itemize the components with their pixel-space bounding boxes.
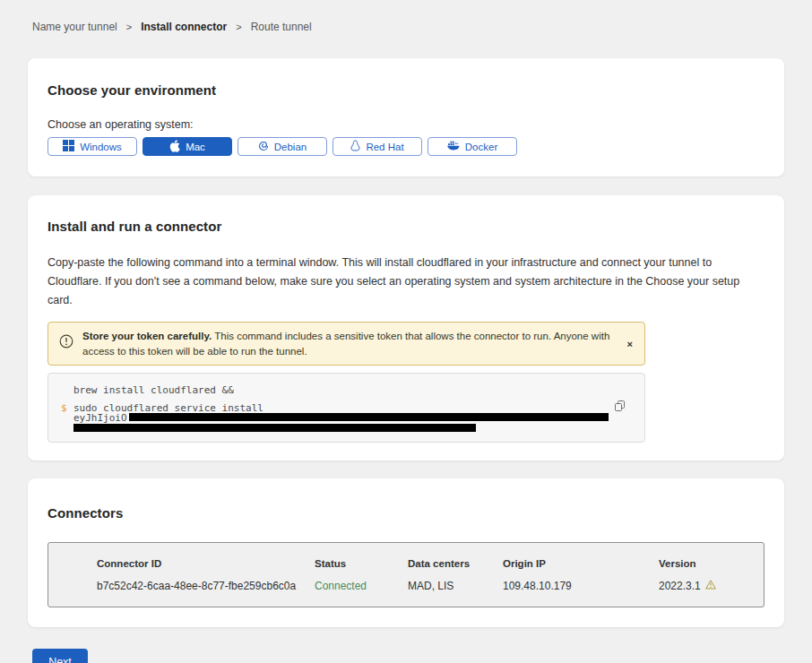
status-badge: Connected	[315, 580, 408, 592]
os-button-label: Mac	[186, 142, 205, 152]
os-button-mac[interactable]: Mac	[143, 137, 232, 156]
install-card-title: Install and run a connector	[48, 219, 764, 234]
version-value: 2022.3.1	[659, 580, 755, 592]
connectors-table: Connector ID Status Data centers Origin …	[48, 542, 764, 607]
install-card: Install and run a connector Copy-paste t…	[28, 195, 784, 461]
token-warning-banner: Store your token carefully. This command…	[48, 322, 645, 366]
breadcrumb-install-connector[interactable]: Install connector	[141, 21, 227, 33]
data-centers-value: MAD, LIS	[408, 580, 503, 592]
connectors-table-header: Connector ID Status Data centers Origin …	[97, 558, 755, 569]
alert-circle-icon	[59, 334, 73, 352]
copy-icon[interactable]	[615, 400, 625, 414]
redacted-token-bar	[73, 424, 476, 432]
token-prefix: eyJhIjoiO	[73, 413, 127, 423]
warning-triangle-icon	[705, 580, 716, 592]
origin-ip-value: 109.48.10.179	[503, 580, 659, 592]
table-row: b7c52c42-6caa-48ee-8c77-fbe259cb6c0a Con…	[97, 580, 755, 592]
redhat-icon	[350, 140, 360, 153]
column-header-connector-id: Connector ID	[97, 558, 315, 569]
os-button-label: Windows	[80, 142, 122, 152]
os-button-debian[interactable]: Debian	[238, 137, 327, 156]
version-number: 2022.3.1	[659, 580, 701, 592]
column-header-origin-ip: Origin IP	[503, 558, 659, 569]
os-button-label: Red Hat	[366, 142, 403, 152]
next-button[interactable]: Next	[32, 649, 88, 663]
dollar-prompt: $	[61, 403, 73, 413]
warning-text: Store your token carefully. This command…	[82, 329, 614, 358]
os-button-group: Windows Mac Debian Red Hat Docker	[48, 137, 764, 156]
connectors-card: Connectors Connector ID Status Data cent…	[28, 478, 784, 627]
connector-id-value: b7c52c42-6caa-48ee-8c77-fbe259cb6c0a	[97, 580, 315, 592]
breadcrumb-route-tunnel[interactable]: Route tunnel	[251, 21, 312, 33]
os-button-label: Docker	[465, 142, 497, 152]
docker-icon	[447, 141, 460, 152]
breadcrumb-separator: >	[126, 22, 132, 32]
warning-text-bold: Store your token carefully.	[82, 331, 212, 341]
close-icon[interactable]: ×	[627, 339, 633, 349]
os-button-redhat[interactable]: Red Hat	[333, 137, 422, 156]
code-line-brew: brew install cloudflared &&	[73, 385, 234, 395]
install-command-codeblock[interactable]: brew install cloudflared && $ sudo cloud…	[48, 373, 645, 443]
os-button-label: Debian	[274, 142, 307, 152]
column-header-data-centers: Data centers	[408, 558, 503, 569]
debian-icon	[258, 141, 269, 153]
install-description: Copy-paste the following command into a …	[48, 254, 761, 310]
breadcrumb-name-your-tunnel[interactable]: Name your tunnel	[32, 21, 117, 33]
redacted-token-bar	[129, 413, 609, 421]
environment-card-title: Choose your environment	[48, 82, 764, 98]
breadcrumb: Name your tunnel > Install connector > R…	[0, 0, 812, 33]
connectors-card-title: Connectors	[48, 505, 764, 521]
os-select-label: Choose an operating system:	[48, 118, 764, 131]
environment-card: Choose your environment Choose an operat…	[28, 58, 784, 177]
apple-icon	[169, 140, 180, 154]
breadcrumb-separator: >	[236, 22, 241, 32]
os-button-windows[interactable]: Windows	[48, 137, 137, 156]
column-header-status: Status	[315, 558, 408, 569]
windows-icon	[63, 140, 74, 153]
column-header-version: Version	[659, 558, 755, 569]
os-button-docker[interactable]: Docker	[428, 137, 517, 156]
